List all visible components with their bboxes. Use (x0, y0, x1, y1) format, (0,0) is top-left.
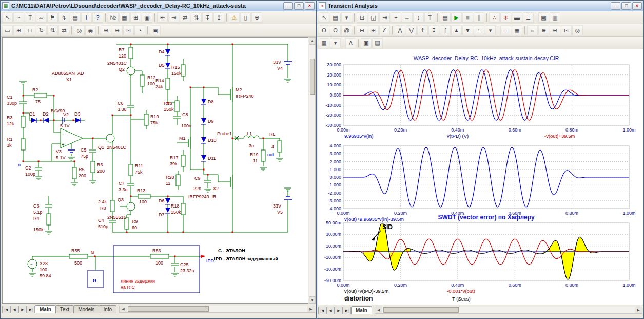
schematic-label[interactable]: 3.3u (119, 187, 128, 192)
schematic-label[interactable]: 2.4k (98, 199, 107, 204)
select-mode[interactable]: ↖ (2, 12, 13, 23)
schematic-label[interactable]: 4 (271, 144, 274, 149)
zoom-in[interactable]: ⊕ (538, 25, 549, 35)
schematic-label[interactable]: 5.1p (33, 210, 43, 215)
schematic-label[interactable]: 12k (7, 121, 14, 126)
schematic-label[interactable]: D3 (74, 111, 81, 117)
schematic-label[interactable]: + (62, 142, 64, 147)
schematic-label[interactable]: 59.84 (40, 273, 51, 278)
next-page[interactable]: ▶ (18, 306, 27, 313)
schematic-label[interactable]: D1 (29, 111, 35, 117)
scroll-thumb[interactable] (383, 307, 459, 313)
wire-mode[interactable]: ~ (13, 12, 24, 23)
schematic-label[interactable]: C25 (180, 262, 189, 267)
schematic-label[interactable]: 22n (193, 186, 201, 191)
swap-horizontal[interactable]: ⇄ (180, 12, 190, 23)
schematic-label[interactable]: R17 (170, 155, 179, 160)
schematic-label[interactable]: 75k (135, 170, 143, 175)
schematic-label[interactable]: 2N5401C (107, 145, 127, 150)
schematic-label[interactable]: R4 (33, 216, 40, 221)
schematic-label[interactable]: R15 (171, 65, 180, 70)
schematic-label[interactable]: V4 (277, 66, 283, 71)
schematic-label[interactable]: R20 (166, 175, 174, 180)
performance-windows[interactable]: ▥ (550, 12, 560, 23)
schematic-label[interactable]: 33V (273, 203, 281, 209)
schematic-label[interactable]: R55 (71, 248, 80, 253)
cursor-right[interactable]: Θ (330, 25, 341, 35)
schematic-label[interactable]: C6 (118, 101, 124, 106)
copy-plot[interactable]: ▣ (361, 38, 372, 48)
clipboard-mode[interactable]: ▤ (70, 12, 81, 23)
schematic-label[interactable]: C3 (33, 203, 40, 209)
flag-mode[interactable]: ⚑ (47, 12, 58, 23)
zoom-cursor[interactable]: ◎ (572, 25, 583, 35)
schematic-label[interactable]: X1 (66, 77, 72, 82)
schematic-label[interactable]: G (91, 250, 94, 255)
schematic-label[interactable]: 100 (139, 199, 147, 204)
schematic-label[interactable]: C7 (119, 181, 125, 186)
schematic-label[interactable]: R18 (171, 203, 180, 209)
schematic-label[interactable]: 150k (33, 227, 44, 232)
restore-button[interactable]: □ (621, 2, 631, 10)
rotate[interactable]: ↻ (36, 25, 47, 35)
schematic-label[interactable]: D10 (208, 138, 217, 143)
schematic-label[interactable]: tPD (206, 258, 214, 264)
next-low[interactable]: ↧ (428, 25, 439, 35)
grid-toggle[interactable]: ▦ (119, 12, 130, 23)
next-valley[interactable]: ⋁ (406, 25, 417, 35)
point-tag[interactable]: + (391, 12, 401, 23)
schematic-label[interactable]: R12 (147, 75, 156, 80)
schematic-label[interactable]: D8 (208, 99, 214, 104)
schematic-label[interactable]: G - ЭТАЛОН (218, 248, 245, 253)
zoom-in[interactable]: ⊕ (101, 25, 111, 35)
component-mode[interactable]: ↯ (58, 12, 69, 23)
restore-button[interactable]: □ (294, 2, 304, 10)
transient-titlebar[interactable]: ≈ Transient Analysis – □ × (317, 1, 643, 11)
schematic-label[interactable]: D9 (208, 119, 214, 124)
annotate-dropdown[interactable]: ▤ (330, 12, 341, 23)
schematic-label[interactable]: 75k (150, 120, 158, 125)
minimize-button[interactable]: – (283, 2, 293, 10)
schematic-label[interactable]: C1 (7, 95, 13, 100)
schematic-label[interactable]: R7 (119, 47, 125, 52)
scroll-right-button[interactable]: ▶ (635, 307, 642, 313)
schematic-horizontal-scrollbar[interactable]: ◀ ▶ (119, 306, 315, 313)
schematic-label[interactable]: 200 (97, 168, 105, 174)
pause[interactable]: ∥ (474, 12, 484, 23)
schematic-canvas[interactable]: AD8055AN_ADX1C1330pR275R312kR13knD1D2BAV… (2, 37, 308, 304)
schematic-label[interactable]: Q2 (119, 67, 125, 72)
schematic-label[interactable]: R3 (7, 115, 13, 120)
schematic-label[interactable]: C2 (25, 165, 31, 171)
schematic-label[interactable]: 11 (253, 158, 258, 163)
schematic-label[interactable]: R5 (79, 167, 85, 172)
schematic-label[interactable]: Q3 (118, 197, 124, 202)
properties[interactable]: ▤ (440, 12, 451, 23)
schematic-label[interactable]: 75p (81, 154, 88, 159)
check-warning[interactable]: ⚠ (229, 12, 240, 23)
zoom-value[interactable]: ◔ (134, 25, 145, 35)
info-mode[interactable]: i (81, 12, 92, 23)
region-box[interactable]: □ (25, 25, 35, 35)
zoom-out[interactable]: ⊖ (550, 25, 560, 35)
schematic-label[interactable]: R13 (137, 188, 146, 193)
prev-page[interactable]: ◀ (326, 307, 335, 314)
cursor-at[interactable]: @ (341, 25, 352, 35)
schematic-label[interactable]: 500 (74, 260, 82, 266)
schematic-label[interactable]: 510p (98, 224, 108, 229)
cross-area-toggle[interactable]: ⊞ (130, 12, 141, 23)
schematic-label[interactable]: D11 (208, 156, 216, 161)
vertical-cursor[interactable]: ⊞ (368, 25, 379, 35)
prev-page[interactable]: ◀ (10, 306, 18, 313)
schematic-label[interactable]: 33V (273, 60, 281, 65)
text-mode[interactable]: T (424, 12, 435, 23)
schematic-label[interactable]: 100 (147, 81, 155, 86)
page-tab[interactable]: Main (351, 306, 372, 314)
schematic-label[interactable]: R16 (164, 101, 172, 106)
align-right[interactable]: ⇥ (168, 12, 179, 23)
schematic-label[interactable]: M1 (179, 136, 186, 141)
new-document[interactable]: ▯ (240, 12, 251, 23)
schematic-label[interactable]: 3.3u (118, 107, 127, 112)
schematic-label[interactable]: ~ (30, 262, 33, 267)
ruler[interactable]: ▬ (512, 12, 522, 23)
vertical-tag[interactable]: ↕ (413, 12, 424, 23)
